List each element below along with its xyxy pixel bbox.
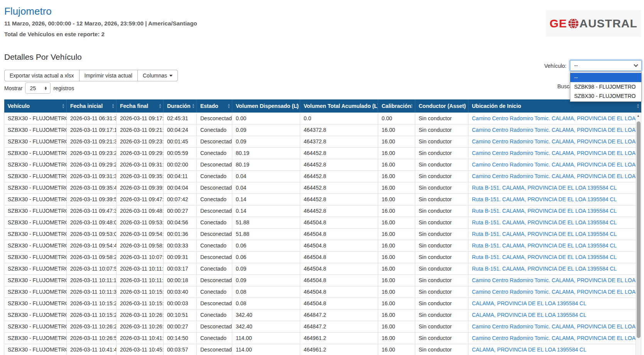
column-header[interactable]: Volumen Dispensado (L)▲▼: [232, 99, 300, 113]
location-link[interactable]: Camino Centro Radomiro Tomic. CALAMA, PR…: [472, 115, 641, 121]
table-cell: 464452.8: [300, 159, 378, 170]
print-view-button[interactable]: Imprimir vista actual: [79, 70, 138, 81]
column-header[interactable]: Conductor (Asset)▲▼: [415, 99, 468, 113]
location-link[interactable]: Ruta B-151. CALAMA, PROVINCIA DE EL LOA …: [472, 219, 617, 225]
location-link[interactable]: CALAMA, PROVINCIA DE EL LOA 1395584 CL: [472, 347, 587, 353]
table-cell: Camino Centro Radomiro Tomic. CALAMA, PR…: [468, 113, 641, 124]
table-cell: 00:04:24: [164, 124, 197, 136]
location-link[interactable]: Ruta B-151. CALAMA, PROVINCIA DE EL LOA …: [472, 208, 617, 214]
company-logo: GE AUSTRAL: [546, 10, 641, 37]
table-cell: 80.19: [232, 159, 300, 170]
table-cell: 2026-03-11 09:39:53: [67, 193, 117, 205]
report-total-vehicles: Total de Vehículos en este reporte: 2: [4, 31, 105, 37]
location-link[interactable]: Camino Centro Radomiro Tomic. CALAMA, PR…: [472, 138, 641, 145]
column-header[interactable]: Fecha inicial▲▼: [67, 99, 117, 113]
table-cell: 2026-03-11 06:31:38: [67, 113, 117, 124]
table-cell: 2026-03-11 09:23:24: [117, 136, 164, 147]
caret-down-icon: [169, 75, 172, 77]
table-cell: 2026-03-11 10:41:40: [117, 332, 164, 344]
table-cell: 16.00: [378, 309, 415, 321]
columns-dropdown-button[interactable]: Columnas: [137, 70, 178, 81]
table-cell: Conectado: [197, 240, 232, 251]
table-cell: 0.04: [232, 182, 300, 193]
table-cell: Conectado: [197, 147, 232, 159]
table-cell: 2026-03-11 10:41:43: [67, 344, 117, 355]
sort-icon: ▲▼: [637, 103, 640, 109]
scrollbar-thumb[interactable]: [637, 121, 641, 338]
table-cell: SZBX30 - FLUJOMETRO: [4, 298, 67, 309]
table-cell: 16.00: [378, 159, 415, 170]
location-link[interactable]: Camino Centro Radomiro Tomic. CALAMA, PR…: [472, 127, 641, 133]
column-header[interactable]: Calibración▲▼: [378, 99, 415, 113]
location-link[interactable]: Camino Centro Radomiro Tomic. CALAMA, PR…: [472, 335, 641, 341]
location-link[interactable]: Ruta B-151. CALAMA, PROVINCIA DE EL LOA …: [472, 196, 617, 202]
table-row: SZBX30 - FLUJOMETRO2026-03-11 09:17:1220…: [4, 124, 641, 136]
table-cell: SZBX30 - FLUJOMETRO: [4, 344, 67, 355]
table-cell: Sin conductor: [415, 321, 468, 332]
location-link[interactable]: Ruta B-151. CALAMA, PROVINCIA DE EL LOA …: [472, 185, 617, 191]
vehicle-filter-select[interactable]: --: [570, 60, 642, 71]
section-heading: Detalles Por Vehículo: [4, 52, 82, 62]
location-link[interactable]: Camino Centro Radomiro Tomic. CALAMA, PR…: [472, 150, 641, 156]
table-row: SZBX30 - FLUJOMETRO2026-03-11 10:26:5020…: [4, 332, 641, 344]
page-length-value: 25: [30, 85, 36, 91]
table-cell: Camino Centro Radomiro Tomic. CALAMA, PR…: [468, 170, 641, 182]
column-header[interactable]: Volumen Total Acumulado (L)▲▼: [300, 99, 378, 113]
table-cell: Camino Centro Radomiro Tomic. CALAMA, PR…: [468, 332, 641, 344]
column-header[interactable]: Duración▲▼: [164, 99, 197, 113]
table-cell: Conectado: [197, 286, 232, 298]
table-cell: Desconectado: [197, 136, 232, 147]
table-cell: Desconectado: [197, 205, 232, 217]
column-header[interactable]: Vehículo▲▼: [4, 99, 67, 113]
page-length-control: Mostrar 25 ▲▼ registros: [4, 82, 74, 94]
vehicle-option[interactable]: SZBK98 - FLUJOMETRO: [570, 82, 641, 91]
export-xlsx-button[interactable]: Exportar vista actual a xlsx: [4, 70, 79, 81]
location-link[interactable]: Ruta B-151. CALAMA, PROVINCIA DE EL LOA …: [472, 266, 617, 272]
location-link[interactable]: CALAMA, PROVINCIA DE EL LOA 1395584 CL: [472, 312, 587, 318]
table-cell: SZBX30 - FLUJOMETRO: [4, 321, 67, 332]
location-link[interactable]: Ruta B-151. CALAMA, PROVINCIA DE EL LOA …: [472, 254, 617, 260]
location-link[interactable]: Camino Centro Radomiro Tomic. CALAMA, PR…: [472, 277, 641, 283]
scroll-up-icon[interactable]: ▲: [637, 114, 640, 118]
location-link[interactable]: Camino Centro Radomiro Tomic. CALAMA, PR…: [472, 173, 641, 179]
table-cell: 464504.8: [300, 217, 378, 228]
table-cell: 16.00: [378, 217, 415, 228]
column-header[interactable]: Estado▲▼: [197, 99, 232, 113]
table-cell: 464961.2: [300, 344, 378, 355]
table-cell: 2026-03-11 10:11:37: [67, 286, 117, 298]
table-cell: CALAMA, PROVINCIA DE EL LOA 1395584 CL: [468, 344, 641, 355]
table-cell: 16.00: [378, 182, 415, 193]
table-cell: SZBX30 - FLUJOMETRO: [4, 124, 67, 136]
table-cell: Desconectado: [197, 274, 232, 286]
table-row: SZBX30 - FLUJOMETRO2026-03-11 09:31:3220…: [4, 170, 641, 182]
table-cell: Camino Centro Radomiro Tomic. CALAMA, PR…: [468, 136, 641, 147]
vehicle-option[interactable]: SZBX30 - FLUJOMETRO: [570, 91, 641, 101]
table-cell: Sin conductor: [415, 170, 468, 182]
table-cell: 0.08: [232, 298, 300, 309]
vehicle-option[interactable]: --: [570, 73, 641, 82]
table-cell: Sin conductor: [415, 147, 468, 159]
table-cell: Conectado: [197, 332, 232, 344]
location-link[interactable]: Ruta B-151. CALAMA, PROVINCIA DE EL LOA …: [472, 231, 617, 237]
table-cell: 2026-03-11 10:11:13: [117, 263, 164, 274]
table-cell: 2026-03-11 10:26:20: [67, 321, 117, 332]
location-link[interactable]: Camino Centro Radomiro Tomic. CALAMA, PR…: [472, 162, 641, 168]
location-link[interactable]: CALAMA, PROVINCIA DE EL LOA 1395584 CL: [472, 300, 587, 306]
table-cell: 00:03:17: [164, 263, 197, 274]
page-length-select[interactable]: 25 ▲▼: [25, 82, 51, 94]
table-cell: 2026-03-11 09:58:22: [67, 251, 117, 263]
table-cell: 16.00: [378, 193, 415, 205]
table-cell: Camino Centro Radomiro Tomic. CALAMA, PR…: [468, 321, 641, 332]
location-link[interactable]: Ruta B-151. CALAMA, PROVINCIA DE EL LOA …: [472, 242, 617, 249]
table-cell: 2026-03-11 09:47:35: [117, 193, 164, 205]
table-row: SZBX30 - FLUJOMETRO2026-03-11 10:11:1620…: [4, 274, 641, 286]
table-cell: 2026-03-11 09:54:43: [117, 228, 164, 240]
location-link[interactable]: Camino Centro Radomiro Tomic. CALAMA, PR…: [472, 323, 641, 330]
page-title: Flujometro: [4, 5, 52, 17]
column-header[interactable]: Fecha final▲▼: [117, 99, 164, 113]
table-scrollbar[interactable]: ▲: [636, 113, 641, 355]
sort-icon: ▲▼: [227, 103, 230, 109]
location-link[interactable]: Camino Centro Radomiro Tomic. CALAMA, PR…: [472, 289, 641, 295]
table-cell: Desconectado: [197, 298, 232, 309]
table-cell: 16.00: [378, 205, 415, 217]
